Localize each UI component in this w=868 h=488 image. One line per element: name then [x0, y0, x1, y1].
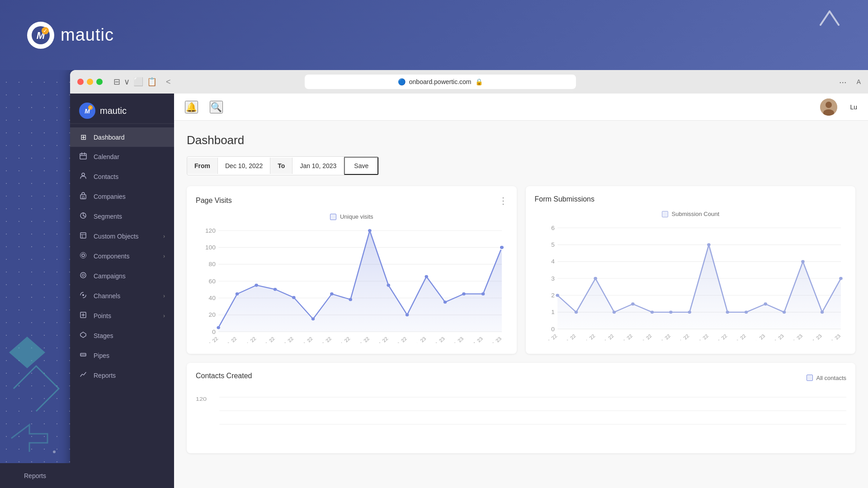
svg-text:Dec 24, 22: Dec 24, 22 [669, 333, 690, 340]
custom-objects-icon [79, 232, 87, 241]
sidebar-item-label: Companies [94, 193, 126, 200]
svg-text:120: 120 [205, 227, 216, 234]
stages-icon [79, 331, 87, 340]
svg-point-96 [556, 294, 559, 297]
minimize-button[interactable] [87, 79, 93, 85]
contacts-chart-legend: All contacts [807, 375, 846, 381]
sidebar-item-segments[interactable]: Segments [70, 206, 174, 226]
user-avatar[interactable] [820, 99, 837, 116]
svg-point-50 [217, 326, 220, 329]
contacts-legend-box [807, 375, 813, 381]
sidebar-logo-text: mautic [100, 106, 127, 116]
sidebar: M ✓ mautic ⊞ Dashboard Calendar [70, 94, 174, 488]
from-date[interactable]: Dec 10, 2022 [218, 158, 270, 174]
svg-text:Jan 3, 23: Jan 3, 23 [427, 336, 446, 343]
browser-tab-label: A [857, 78, 861, 85]
search-button[interactable]: 🔍 [210, 101, 223, 113]
back-button[interactable]: < [166, 77, 171, 87]
svg-text:Dec 12, 22: Dec 12, 22 [217, 336, 238, 343]
svg-marker-4 [9, 337, 45, 368]
sidebar-item-label: Segments [94, 213, 122, 220]
notifications-button[interactable]: 🔔 [185, 101, 198, 113]
sidebar-decorative [0, 262, 70, 488]
sidebar-item-campaigns[interactable]: Campaigns [70, 266, 174, 286]
sidebar-item-label: Stages [94, 332, 113, 339]
channels-icon [79, 291, 87, 300]
page-visits-chart: Page Visits ⋮ Unique visits [187, 186, 517, 354]
sidebar-item-contacts[interactable]: Contacts [70, 167, 174, 187]
svg-text:Dec 28, 22: Dec 28, 22 [707, 333, 728, 340]
maximize-button[interactable] [96, 79, 103, 85]
svg-point-26 [82, 294, 84, 296]
sidebar-item-calendar[interactable]: Calendar [70, 147, 174, 167]
svg-text:5: 5 [551, 242, 555, 248]
svg-text:Jan 3, 23: Jan 3, 23 [766, 333, 785, 340]
svg-point-51 [236, 292, 239, 296]
sidebar-item-companies[interactable]: Companies [70, 187, 174, 206]
arrow-icon: › [163, 293, 165, 299]
dashboard-content: Dashboard From Dec 10, 2022 To Jan 10, 2… [174, 121, 868, 466]
svg-text:100: 100 [205, 244, 216, 251]
svg-text:Jan 7, 23: Jan 7, 23 [465, 336, 484, 343]
sidebar-item-reports[interactable]: Reports [70, 366, 174, 385]
svg-text:Dec 20, 22: Dec 20, 22 [292, 336, 314, 343]
close-button[interactable] [77, 79, 84, 85]
sidebar-item-label: Dashboard [94, 134, 125, 141]
svg-text:Dec 16, 22: Dec 16, 22 [255, 336, 276, 343]
save-button[interactable]: Save [344, 157, 378, 175]
svg-point-53 [274, 288, 277, 291]
contacts-svg: 120 [196, 393, 846, 429]
browser-icon-2[interactable]: 📋 [147, 77, 157, 87]
sidebar-toggle-icon[interactable]: ⊟ [113, 77, 120, 87]
svg-text:Jan 1, 23: Jan 1, 23 [408, 336, 427, 343]
svg-point-65 [500, 245, 504, 249]
sidebar-item-channels[interactable]: Channels › [70, 286, 174, 306]
more-options-button[interactable]: ··· [839, 77, 847, 87]
browser-icon-1[interactable]: ⬜ [133, 77, 143, 87]
sidebar-item-label: Points [94, 312, 111, 319]
sidebar-item-components[interactable]: Components › [70, 246, 174, 266]
svg-point-56 [330, 292, 334, 296]
sidebar-item-dashboard[interactable]: ⊞ Dashboard [70, 127, 174, 147]
svg-text:Dec 18, 22: Dec 18, 22 [612, 333, 633, 340]
svg-point-54 [292, 296, 296, 299]
svg-point-60 [406, 313, 409, 316]
chart-header: Form Submissions [535, 195, 847, 203]
svg-text:0: 0 [551, 326, 555, 332]
browser-control-dropdown[interactable]: ∨ [124, 77, 130, 87]
to-date[interactable]: Jan 10, 2023 [292, 158, 344, 174]
svg-point-108 [782, 310, 786, 314]
sidebar-item-custom-objects[interactable]: Custom Objects › [70, 226, 174, 246]
sidebar-item-points[interactable]: Points › [70, 306, 174, 326]
svg-point-62 [443, 300, 447, 304]
svg-text:✓: ✓ [89, 106, 92, 109]
browser-chrome: ⊟ ∨ ⬜ 📋 < 🔵 onboard.powertic.com 🔒 ··· A [70, 70, 868, 94]
svg-point-58 [368, 229, 372, 232]
sidebar-item-stages[interactable]: Stages [70, 326, 174, 346]
chart-menu-button[interactable]: ⋮ [499, 195, 508, 206]
svg-text:Jan 7, 23: Jan 7, 23 [804, 333, 823, 340]
svg-point-24 [80, 272, 86, 278]
svg-point-61 [425, 275, 428, 278]
svg-text:Dec 12, 22: Dec 12, 22 [555, 333, 576, 340]
svg-rect-19 [80, 233, 86, 238]
svg-text:Jan 1, 23: Jan 1, 23 [747, 333, 766, 340]
to-label: To [270, 158, 292, 174]
address-bar[interactable]: 🔵 onboard.powertic.com 🔒 [305, 75, 576, 89]
sidebar-nav: ⊞ Dashboard Calendar Contacts [70, 124, 174, 488]
legend-label: Submission Count [672, 211, 720, 217]
dashboard-icon: ⊞ [79, 133, 87, 141]
sidebar-item-pipes[interactable]: Pipes [70, 346, 174, 366]
svg-point-97 [574, 310, 578, 314]
sidebar-item-label: Calendar [94, 153, 119, 160]
chart-title: Form Submissions [535, 195, 594, 203]
points-icon [79, 311, 87, 320]
sidebar-logo-icon: M ✓ [81, 104, 94, 117]
arrow-icon: › [163, 253, 165, 259]
sidebar-logo-circle: M ✓ [79, 103, 95, 119]
svg-point-111 [839, 277, 843, 280]
svg-rect-11 [80, 154, 86, 159]
svg-point-57 [349, 298, 352, 301]
svg-text:Dec 26, 22: Dec 26, 22 [688, 333, 709, 340]
svg-text:60: 60 [209, 278, 216, 284]
